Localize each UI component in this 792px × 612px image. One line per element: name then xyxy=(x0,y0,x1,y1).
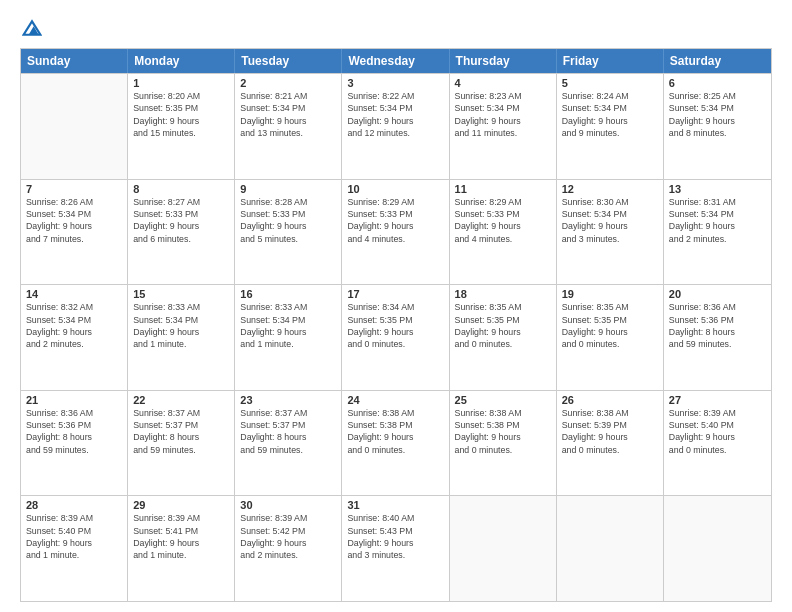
calendar-row-1: 1Sunrise: 8:20 AMSunset: 5:35 PMDaylight… xyxy=(21,73,771,179)
day-number: 11 xyxy=(455,183,551,195)
calendar-cell: 23Sunrise: 8:37 AMSunset: 5:37 PMDayligh… xyxy=(235,391,342,496)
day-number: 13 xyxy=(669,183,766,195)
calendar-cell: 31Sunrise: 8:40 AMSunset: 5:43 PMDayligh… xyxy=(342,496,449,601)
calendar-cell: 14Sunrise: 8:32 AMSunset: 5:34 PMDayligh… xyxy=(21,285,128,390)
cell-info: Sunrise: 8:36 AMSunset: 5:36 PMDaylight:… xyxy=(26,407,122,456)
day-number: 14 xyxy=(26,288,122,300)
calendar-cell: 2Sunrise: 8:21 AMSunset: 5:34 PMDaylight… xyxy=(235,74,342,179)
calendar-cell xyxy=(450,496,557,601)
calendar-cell: 4Sunrise: 8:23 AMSunset: 5:34 PMDaylight… xyxy=(450,74,557,179)
cell-info: Sunrise: 8:33 AMSunset: 5:34 PMDaylight:… xyxy=(133,301,229,350)
day-number: 29 xyxy=(133,499,229,511)
calendar-cell: 6Sunrise: 8:25 AMSunset: 5:34 PMDaylight… xyxy=(664,74,771,179)
cell-info: Sunrise: 8:28 AMSunset: 5:33 PMDaylight:… xyxy=(240,196,336,245)
cell-info: Sunrise: 8:35 AMSunset: 5:35 PMDaylight:… xyxy=(562,301,658,350)
day-number: 7 xyxy=(26,183,122,195)
day-number: 15 xyxy=(133,288,229,300)
header-cell-saturday: Saturday xyxy=(664,49,771,73)
calendar-cell: 13Sunrise: 8:31 AMSunset: 5:34 PMDayligh… xyxy=(664,180,771,285)
logo xyxy=(20,18,42,38)
calendar-body: 1Sunrise: 8:20 AMSunset: 5:35 PMDaylight… xyxy=(21,73,771,601)
day-number: 23 xyxy=(240,394,336,406)
calendar-row-3: 14Sunrise: 8:32 AMSunset: 5:34 PMDayligh… xyxy=(21,284,771,390)
cell-info: Sunrise: 8:30 AMSunset: 5:34 PMDaylight:… xyxy=(562,196,658,245)
cell-info: Sunrise: 8:37 AMSunset: 5:37 PMDaylight:… xyxy=(240,407,336,456)
cell-info: Sunrise: 8:29 AMSunset: 5:33 PMDaylight:… xyxy=(455,196,551,245)
calendar-cell: 15Sunrise: 8:33 AMSunset: 5:34 PMDayligh… xyxy=(128,285,235,390)
calendar-cell xyxy=(21,74,128,179)
cell-info: Sunrise: 8:39 AMSunset: 5:40 PMDaylight:… xyxy=(669,407,766,456)
cell-info: Sunrise: 8:31 AMSunset: 5:34 PMDaylight:… xyxy=(669,196,766,245)
day-number: 22 xyxy=(133,394,229,406)
logo-icon xyxy=(22,18,42,38)
day-number: 10 xyxy=(347,183,443,195)
day-number: 2 xyxy=(240,77,336,89)
cell-info: Sunrise: 8:27 AMSunset: 5:33 PMDaylight:… xyxy=(133,196,229,245)
cell-info: Sunrise: 8:38 AMSunset: 5:38 PMDaylight:… xyxy=(347,407,443,456)
day-number: 28 xyxy=(26,499,122,511)
calendar: SundayMondayTuesdayWednesdayThursdayFrid… xyxy=(20,48,772,602)
day-number: 26 xyxy=(562,394,658,406)
cell-info: Sunrise: 8:33 AMSunset: 5:34 PMDaylight:… xyxy=(240,301,336,350)
calendar-row-2: 7Sunrise: 8:26 AMSunset: 5:34 PMDaylight… xyxy=(21,179,771,285)
day-number: 8 xyxy=(133,183,229,195)
day-number: 18 xyxy=(455,288,551,300)
calendar-cell: 8Sunrise: 8:27 AMSunset: 5:33 PMDaylight… xyxy=(128,180,235,285)
calendar-cell: 25Sunrise: 8:38 AMSunset: 5:38 PMDayligh… xyxy=(450,391,557,496)
cell-info: Sunrise: 8:32 AMSunset: 5:34 PMDaylight:… xyxy=(26,301,122,350)
day-number: 30 xyxy=(240,499,336,511)
cell-info: Sunrise: 8:24 AMSunset: 5:34 PMDaylight:… xyxy=(562,90,658,139)
calendar-cell: 21Sunrise: 8:36 AMSunset: 5:36 PMDayligh… xyxy=(21,391,128,496)
day-number: 16 xyxy=(240,288,336,300)
day-number: 6 xyxy=(669,77,766,89)
cell-info: Sunrise: 8:40 AMSunset: 5:43 PMDaylight:… xyxy=(347,512,443,561)
cell-info: Sunrise: 8:26 AMSunset: 5:34 PMDaylight:… xyxy=(26,196,122,245)
day-number: 9 xyxy=(240,183,336,195)
calendar-cell: 28Sunrise: 8:39 AMSunset: 5:40 PMDayligh… xyxy=(21,496,128,601)
day-number: 4 xyxy=(455,77,551,89)
header-cell-tuesday: Tuesday xyxy=(235,49,342,73)
calendar-cell xyxy=(664,496,771,601)
day-number: 25 xyxy=(455,394,551,406)
cell-info: Sunrise: 8:39 AMSunset: 5:40 PMDaylight:… xyxy=(26,512,122,561)
calendar-header: SundayMondayTuesdayWednesdayThursdayFrid… xyxy=(21,49,771,73)
header-cell-monday: Monday xyxy=(128,49,235,73)
calendar-cell: 27Sunrise: 8:39 AMSunset: 5:40 PMDayligh… xyxy=(664,391,771,496)
calendar-cell xyxy=(557,496,664,601)
cell-info: Sunrise: 8:35 AMSunset: 5:35 PMDaylight:… xyxy=(455,301,551,350)
calendar-cell: 26Sunrise: 8:38 AMSunset: 5:39 PMDayligh… xyxy=(557,391,664,496)
day-number: 24 xyxy=(347,394,443,406)
calendar-cell: 5Sunrise: 8:24 AMSunset: 5:34 PMDaylight… xyxy=(557,74,664,179)
cell-info: Sunrise: 8:39 AMSunset: 5:42 PMDaylight:… xyxy=(240,512,336,561)
calendar-cell: 3Sunrise: 8:22 AMSunset: 5:34 PMDaylight… xyxy=(342,74,449,179)
calendar-cell: 20Sunrise: 8:36 AMSunset: 5:36 PMDayligh… xyxy=(664,285,771,390)
header-cell-sunday: Sunday xyxy=(21,49,128,73)
day-number: 3 xyxy=(347,77,443,89)
header-cell-thursday: Thursday xyxy=(450,49,557,73)
calendar-cell: 12Sunrise: 8:30 AMSunset: 5:34 PMDayligh… xyxy=(557,180,664,285)
calendar-cell: 19Sunrise: 8:35 AMSunset: 5:35 PMDayligh… xyxy=(557,285,664,390)
cell-info: Sunrise: 8:20 AMSunset: 5:35 PMDaylight:… xyxy=(133,90,229,139)
calendar-cell: 9Sunrise: 8:28 AMSunset: 5:33 PMDaylight… xyxy=(235,180,342,285)
cell-info: Sunrise: 8:22 AMSunset: 5:34 PMDaylight:… xyxy=(347,90,443,139)
calendar-cell: 1Sunrise: 8:20 AMSunset: 5:35 PMDaylight… xyxy=(128,74,235,179)
cell-info: Sunrise: 8:21 AMSunset: 5:34 PMDaylight:… xyxy=(240,90,336,139)
cell-info: Sunrise: 8:29 AMSunset: 5:33 PMDaylight:… xyxy=(347,196,443,245)
cell-info: Sunrise: 8:37 AMSunset: 5:37 PMDaylight:… xyxy=(133,407,229,456)
day-number: 5 xyxy=(562,77,658,89)
calendar-cell: 30Sunrise: 8:39 AMSunset: 5:42 PMDayligh… xyxy=(235,496,342,601)
calendar-cell: 11Sunrise: 8:29 AMSunset: 5:33 PMDayligh… xyxy=(450,180,557,285)
calendar-cell: 7Sunrise: 8:26 AMSunset: 5:34 PMDaylight… xyxy=(21,180,128,285)
calendar-cell: 16Sunrise: 8:33 AMSunset: 5:34 PMDayligh… xyxy=(235,285,342,390)
day-number: 21 xyxy=(26,394,122,406)
calendar-row-4: 21Sunrise: 8:36 AMSunset: 5:36 PMDayligh… xyxy=(21,390,771,496)
cell-info: Sunrise: 8:39 AMSunset: 5:41 PMDaylight:… xyxy=(133,512,229,561)
day-number: 27 xyxy=(669,394,766,406)
cell-info: Sunrise: 8:38 AMSunset: 5:39 PMDaylight:… xyxy=(562,407,658,456)
day-number: 12 xyxy=(562,183,658,195)
page: SundayMondayTuesdayWednesdayThursdayFrid… xyxy=(0,0,792,612)
header-cell-friday: Friday xyxy=(557,49,664,73)
calendar-cell: 24Sunrise: 8:38 AMSunset: 5:38 PMDayligh… xyxy=(342,391,449,496)
cell-info: Sunrise: 8:36 AMSunset: 5:36 PMDaylight:… xyxy=(669,301,766,350)
calendar-row-5: 28Sunrise: 8:39 AMSunset: 5:40 PMDayligh… xyxy=(21,495,771,601)
